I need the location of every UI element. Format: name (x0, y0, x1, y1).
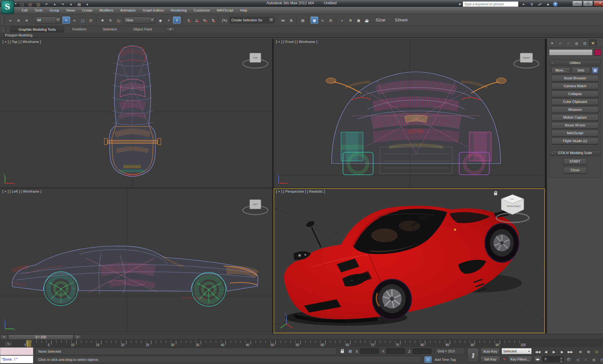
tab-modify[interactable]: ∩ (557, 40, 564, 46)
rendered-frame-window-button[interactable]: ▣ (355, 17, 362, 24)
more-button[interactable]: More... (551, 67, 570, 74)
project-folder-button[interactable]: ▤ (75, 1, 83, 8)
close-button[interactable]: × (594, 1, 603, 6)
utility-flight-studio-c[interactable]: Flight Studio (c) (551, 138, 599, 144)
utility-asset-browser[interactable]: Asset Browser (551, 75, 599, 82)
selection-lock-toggle[interactable] (339, 348, 345, 355)
viewport-front-label[interactable]: [ + ] [ Front ] [ Wireframe ] (276, 40, 317, 44)
dropdown-arrow-icon[interactable]: ▼ (56, 18, 60, 23)
utility-reset-xform[interactable]: Reset XForm (551, 122, 599, 129)
menu-animation[interactable]: Animation (117, 7, 139, 14)
default-tangent-icon[interactable]: ∿ (502, 356, 507, 362)
rectangular-selection-region[interactable]: ▢ (79, 17, 86, 24)
keyboard-shortcut-override-toggle[interactable]: ⇧ (173, 17, 181, 24)
select-and-move[interactable]: ✚ (99, 17, 106, 24)
redo-button[interactable]: ↷ (59, 1, 67, 8)
select-and-rotate[interactable]: ↻ (107, 17, 114, 24)
angle-snap-toggle[interactable]: ∠ (193, 17, 200, 24)
y-coordinate-field[interactable] (386, 348, 405, 354)
tab-hierarchy[interactable]: ∴ (565, 40, 572, 46)
select-and-manipulate[interactable]: ⌖ (165, 17, 172, 24)
utility-maxscript[interactable]: MAXScript (551, 130, 599, 136)
favorites-icon[interactable]: ★ (544, 1, 552, 8)
search-input[interactable] (463, 1, 519, 7)
ribbon-panel-label[interactable]: Polygon Modeling (0, 33, 603, 38)
sets-button[interactable]: Sets (572, 67, 590, 74)
walk-through-button[interactable]: ∷ (582, 356, 589, 363)
menu-modifiers[interactable]: Modifiers (96, 7, 117, 14)
viewport-front[interactable]: [ + ] [ Front ] [ Wireframe ] (274, 39, 545, 188)
open-mini-curve-editor-button[interactable]: ∿ (4, 341, 13, 347)
menu-views[interactable]: Views (62, 7, 79, 14)
utilities-rollout-header[interactable]: - Utilities (550, 60, 600, 66)
dropdown-arrow-icon[interactable]: ▼ (269, 18, 274, 23)
zoom-extents-all-button[interactable]: ⊠ (601, 348, 603, 355)
unlink-selection[interactable]: ⊘ (15, 17, 22, 24)
play-button[interactable]: ▶ (550, 348, 558, 355)
menu-edit[interactable]: Edit (18, 7, 31, 14)
menu-create[interactable]: Create (79, 7, 96, 14)
zoom-all-button[interactable]: ⊞ (585, 348, 592, 355)
selection-filter-dropdown[interactable]: All▼ (35, 17, 61, 24)
time-configuration-button[interactable]: ◴ (565, 356, 572, 362)
maximize-viewport-toggle[interactable]: ◳ (598, 356, 603, 363)
new-scene-button[interactable]: ▢ (18, 1, 26, 8)
menu-group[interactable]: Group (46, 7, 63, 14)
maxscript-mini-listener[interactable]: "Done !" (0, 356, 33, 363)
viewport-perspective[interactable]: [ + ] [ Perspective ] [ Realistic ] (274, 188, 545, 333)
time-slider-prev-button[interactable]: < (1, 335, 8, 340)
percent-snap-toggle[interactable]: % (201, 17, 209, 24)
edit-named-selection-sets[interactable]: {✎} (221, 17, 228, 24)
undo-button[interactable]: ↶ (43, 1, 50, 8)
viewport-perspective-label[interactable]: [ + ] [ Perspective ] [ Realistic ] (276, 190, 325, 193)
next-frame-button[interactable]: ▶ (558, 348, 566, 355)
ribbon-tab-freeform[interactable]: Freeform (64, 27, 95, 32)
zoom-extents-button[interactable]: ⊡ (593, 348, 600, 355)
infocenter-collapse-icon[interactable]: ▶ (459, 3, 461, 6)
layer-manager-button[interactable]: ▤ (299, 17, 307, 24)
select-and-scale[interactable]: ◱ (115, 17, 122, 24)
window-crossing-toggle[interactable]: ⊡ (87, 17, 95, 24)
object-name-field[interactable] (549, 49, 593, 56)
bind-to-space-warp[interactable]: ≋ (23, 17, 30, 24)
render-production-button[interactable]: ☕ (363, 17, 371, 24)
object-color-swatch[interactable] (594, 49, 601, 56)
isolate-selection-toggle[interactable]: ⊡ (425, 356, 432, 363)
menu-rendering[interactable]: Rendering (167, 7, 190, 14)
search-button[interactable]: ⚭ (520, 1, 527, 8)
gta-start-button[interactable]: START (563, 158, 587, 165)
viewport-top[interactable]: [ + ] [ Top ] [ Wireframe ] (0, 39, 272, 188)
current-frame-field[interactable]: 0 ▲▼ (543, 356, 563, 362)
ribbon-overflow-button[interactable]: ▼ (166, 27, 175, 32)
x-coordinate-field[interactable] (360, 348, 379, 354)
frame-spinner[interactable]: ▲▼ (560, 357, 563, 362)
utility-measure[interactable]: Measure (551, 106, 599, 113)
curve-editor-button[interactable]: ∿ (319, 17, 326, 24)
key-mode-toggle[interactable]: ◀▶ (534, 356, 541, 362)
utility-motion-capture[interactable]: Motion Capture (551, 114, 599, 121)
named-selection-sets-dropdown[interactable]: Create Selection Se▼ (230, 17, 274, 24)
go-to-start-button[interactable]: ◀◀ (534, 348, 541, 355)
tab-motion[interactable]: ◎ (573, 40, 580, 46)
restore-button[interactable]: ❏ (583, 1, 593, 6)
dropdown-arrow-icon[interactable]: ▼ (150, 18, 155, 23)
viewport-top-label[interactable]: [ + ] [ Top ] [ Wireframe ] (3, 40, 41, 44)
field-of-view-button[interactable]: ◁ (574, 356, 581, 363)
ribbon-grip[interactable] (3, 27, 6, 32)
minimize-button[interactable]: — (572, 1, 582, 6)
spinner-snap-toggle[interactable]: ⇅ (209, 17, 217, 24)
tab-create[interactable]: ☀ (548, 40, 556, 46)
toolbar-grip[interactable] (2, 16, 5, 24)
open-file-button[interactable]: ◰ (26, 1, 34, 8)
utilities-config-icon[interactable]: ▦ (592, 67, 599, 74)
track-bar[interactable]: ∿ 05101520253035404550556065707580859095… (0, 340, 603, 348)
material-editor-button[interactable]: ◐ (339, 17, 346, 24)
ribbon-tab-graphite-modeling-tools[interactable]: Graphite Modeling Tools (10, 27, 64, 32)
viewport-left-label[interactable]: [ + ] [ Left ] [ Wireframe ] (3, 190, 41, 193)
absolute-mode-toggle[interactable]: ⊞ (347, 348, 354, 355)
ribbon-tab-selection[interactable]: Selection (95, 27, 125, 32)
add-time-tag[interactable]: Add Time Tag (435, 356, 456, 363)
redo-dropdown[interactable]: ▾ (67, 1, 75, 8)
undo-dropdown[interactable]: ▾ (51, 1, 58, 8)
reference-coordinate-system-dropdown[interactable]: View▼ (124, 17, 155, 24)
